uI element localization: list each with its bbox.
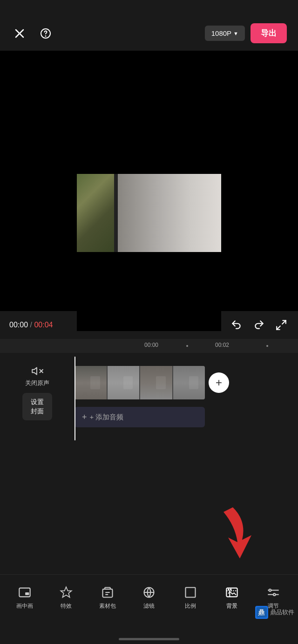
- video-track: +: [74, 364, 298, 401]
- current-time: 00:00: [9, 321, 28, 329]
- filter-icon: [142, 585, 156, 599]
- redo-button[interactable]: [251, 318, 266, 332]
- effects-label: 特效: [61, 602, 72, 610]
- toolbar-item-pip[interactable]: 画中画: [4, 585, 45, 610]
- timeline-marker-1: 00:00: [144, 342, 158, 348]
- svg-line-5: [277, 326, 280, 330]
- ratio-label: 比例: [185, 602, 196, 610]
- time-display: 00:00 / 00:04: [9, 321, 53, 329]
- toolbar-item-ratio[interactable]: 比例: [170, 585, 211, 610]
- ratio-icon: [183, 585, 197, 599]
- resolution-button[interactable]: 1080P ▼: [205, 26, 245, 41]
- top-bar-left: [11, 25, 54, 42]
- materials-label: 素材包: [99, 602, 116, 610]
- video-preview: [0, 51, 298, 311]
- top-bar-right: 1080P ▼ 导出: [205, 23, 287, 43]
- video-left-scenery: [77, 174, 114, 252]
- mute-label: 关闭原声: [25, 379, 49, 387]
- close-button[interactable]: [11, 25, 28, 42]
- filter-label: 滤镜: [143, 602, 155, 610]
- playback-right: [229, 318, 289, 332]
- fullscreen-button[interactable]: [274, 318, 289, 332]
- watermark: 鼎 鼎品软件: [255, 606, 294, 619]
- svg-point-21: [273, 593, 276, 596]
- timeline-ruler-inner: 00:00 00:02: [0, 339, 298, 353]
- video-frame: [77, 102, 221, 260]
- add-audio-label: + 添加音频: [90, 413, 124, 422]
- toolbar-item-materials[interactable]: 素材包: [87, 585, 128, 610]
- pip-label: 画中画: [16, 602, 33, 610]
- pip-icon: [18, 585, 32, 599]
- timeline-dot-2: [266, 345, 268, 347]
- toolbar-item-filter[interactable]: 滤镜: [128, 585, 169, 610]
- background-label: 背景: [226, 602, 237, 610]
- toolbar-item-effects[interactable]: 特效: [45, 585, 87, 610]
- materials-icon: [101, 585, 115, 599]
- watermark-text: 鼎品软件: [270, 608, 294, 617]
- clip-thumbnail-2: [108, 366, 140, 399]
- add-clip-button[interactable]: +: [209, 372, 229, 393]
- video-bottom-black: [77, 252, 221, 331]
- background-icon: [225, 585, 239, 599]
- adjust-icon: [266, 585, 280, 599]
- toolbar-item-background[interactable]: 背景: [211, 585, 253, 610]
- add-audio-track[interactable]: + + 添加音频: [74, 407, 205, 427]
- track-area: 关闭原声 设置 封面 + + + 添加音频: [0, 353, 298, 465]
- audio-plus-icon: +: [82, 412, 87, 422]
- video-middle-image: [77, 174, 221, 252]
- mute-button[interactable]: 关闭原声: [18, 361, 57, 391]
- svg-marker-11: [61, 587, 71, 597]
- timeline-ruler: 00:00 00:02: [0, 339, 298, 353]
- svg-point-18: [269, 589, 271, 591]
- home-indicator: [119, 638, 179, 640]
- undo-button[interactable]: [229, 318, 244, 332]
- timeline-marker-2: 00:02: [215, 342, 229, 348]
- effects-icon: [59, 585, 73, 599]
- video-divider: [114, 174, 118, 252]
- clip-thumbnail-4: [173, 366, 205, 399]
- svg-line-4: [282, 320, 286, 324]
- cover-line1: 设置: [31, 398, 44, 405]
- video-top-black: [77, 102, 221, 174]
- bottom-toolbar: 画中画 特效 素材包: [0, 574, 298, 621]
- svg-rect-10: [25, 592, 29, 595]
- help-button[interactable]: [37, 25, 54, 42]
- svg-point-3: [46, 36, 46, 36]
- set-cover-button[interactable]: 设置 封面: [22, 393, 52, 420]
- total-time: 00:04: [34, 321, 53, 329]
- export-button[interactable]: 导出: [251, 23, 287, 43]
- top-bar: 1080P ▼ 导出: [0, 0, 298, 51]
- video-right-wall: [118, 174, 221, 252]
- clip-thumbnail-1: [74, 366, 107, 399]
- left-controls: 关闭原声 设置 封面: [0, 357, 74, 420]
- cover-line2: 封面: [31, 407, 44, 415]
- red-arrow-annotation: [205, 503, 261, 570]
- svg-rect-12: [102, 589, 112, 598]
- tracks-container[interactable]: + + + 添加音频: [74, 357, 298, 440]
- svg-text:鼎: 鼎: [258, 609, 264, 616]
- svg-marker-6: [32, 367, 37, 374]
- clip-thumbnail-3: [140, 366, 172, 399]
- playhead: [74, 357, 75, 440]
- svg-rect-14: [186, 588, 196, 598]
- timeline-dot-1: [186, 345, 188, 347]
- watermark-logo: 鼎: [255, 606, 268, 619]
- video-clip[interactable]: [74, 366, 205, 399]
